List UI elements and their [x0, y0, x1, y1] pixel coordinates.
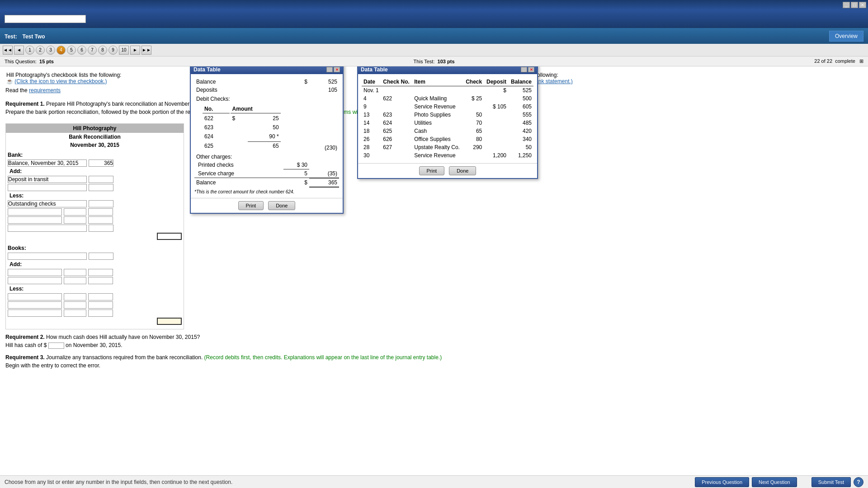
recon-date: November 30, 2015 — [6, 141, 184, 149]
modal2-done-btn[interactable]: Done — [449, 166, 476, 175]
help-button[interactable]: ? — [854, 477, 863, 487]
add-blank-label-input[interactable] — [8, 184, 87, 191]
add-blank-amount-input[interactable] — [89, 184, 113, 191]
next-question-btn[interactable]: Next Question — [752, 477, 797, 487]
table-row: Balance $ 365 — [194, 178, 339, 187]
books-less2-amt[interactable] — [88, 301, 113, 309]
nav-q3[interactable]: 3 — [46, 46, 55, 55]
requirement2-section: Requirement 2. How much cash does Hill a… — [5, 334, 863, 349]
modal1-done-btn[interactable]: Done — [268, 201, 295, 210]
nav-first-btn[interactable]: ◄◄ — [3, 46, 13, 55]
books-less3-label[interactable] — [8, 310, 62, 317]
less-amt1-input[interactable] — [88, 208, 113, 216]
nav-q8[interactable]: 8 — [98, 46, 107, 55]
nav-q10[interactable]: 10 — [119, 46, 129, 55]
outstanding-row — [6, 200, 184, 208]
nav-q4[interactable]: 4 — [57, 46, 66, 55]
books-add1-amt[interactable] — [88, 269, 113, 276]
books-add1-label[interactable] — [8, 269, 62, 276]
table-row: Balance $ 525 — [194, 78, 339, 86]
books-less1-label[interactable] — [8, 293, 62, 300]
modal2-close[interactable]: ✕ — [528, 67, 534, 72]
less-row2 — [6, 216, 184, 224]
req3-note: (Record debits first, then credits. Expl… — [204, 354, 442, 361]
checkbook-link[interactable]: (Click the icon to view the checkbook.) — [14, 78, 107, 84]
table-row: 18 625 Cash 65 420 — [362, 127, 533, 135]
deposit-input[interactable] — [8, 176, 87, 183]
previous-question-btn[interactable]: Previous Question — [695, 477, 749, 487]
modal2-print-btn[interactable]: Print — [419, 166, 445, 175]
nav-q7[interactable]: 7 — [88, 46, 97, 55]
books-balance-amt[interactable] — [89, 253, 113, 260]
nav-q6[interactable]: 6 — [77, 46, 86, 55]
books-balance-label[interactable] — [8, 253, 87, 260]
books-less1-sub[interactable] — [64, 293, 86, 300]
books-balance-row — [6, 252, 184, 260]
less-sub1-input[interactable] — [64, 208, 86, 216]
books-add2-sub[interactable] — [64, 277, 86, 284]
less-label2-input[interactable] — [8, 216, 62, 224]
nav-q9[interactable]: 9 — [108, 46, 118, 55]
bottom-nav: Previous Question Next Question Submit T… — [695, 477, 863, 487]
books-add1-sub[interactable] — [64, 269, 86, 276]
books-less3-amt[interactable] — [88, 310, 113, 317]
recon-title: Bank Reconciliation — [6, 133, 184, 141]
nav-last-btn[interactable]: ►► — [142, 46, 151, 55]
books-less3-sub[interactable] — [64, 310, 86, 317]
modal1-minimize[interactable]: _ — [326, 67, 333, 72]
search-input[interactable] — [5, 15, 86, 23]
bank-total-input[interactable] — [157, 233, 182, 240]
table-row: 625 65 — [203, 141, 281, 150]
overview-button[interactable]: Overview — [829, 31, 863, 42]
data-modal-1: Data Table _ ✕ Balance $ 525 D — [190, 66, 344, 214]
less-sub2-input[interactable] — [64, 216, 86, 224]
books-add2-label[interactable] — [8, 277, 62, 284]
nav-back-btn[interactable]: ◄ — [14, 46, 24, 55]
req1-label: Requirement 1. — [5, 101, 45, 107]
table-row: 26 626 Office Supplies 80 340 — [362, 135, 533, 143]
less-label3-input[interactable] — [8, 225, 87, 232]
completion-label: 22 of 22 complete ⊞ — [814, 58, 863, 64]
balance-row — [6, 159, 184, 167]
deposit-amount-input[interactable] — [89, 176, 113, 183]
maximize-btn[interactable]: □ — [851, 2, 858, 8]
less-amt3-input[interactable] — [89, 225, 113, 232]
modal2-footer: Print Done — [358, 163, 537, 178]
less-label1-input[interactable] — [8, 208, 62, 216]
modal1-table: Balance $ 525 Deposits 105 Debit Checks: — [194, 78, 339, 188]
balance-value-input[interactable] — [89, 160, 113, 167]
col-deposit: Deposit — [484, 78, 508, 86]
requirements-link[interactable]: requirements — [29, 87, 61, 94]
submit-test-btn[interactable]: Submit Test — [811, 477, 851, 487]
books-less2-label[interactable] — [8, 301, 62, 309]
books-add2-amt[interactable] — [88, 277, 113, 284]
less-label: Less: — [6, 192, 184, 200]
books-total-input[interactable] — [157, 318, 182, 325]
less-row3 — [6, 224, 184, 232]
nav-q2[interactable]: 2 — [36, 46, 45, 55]
modal1-print-btn[interactable]: Print — [238, 201, 264, 210]
books-less1-amt[interactable] — [88, 293, 113, 300]
nav-forward-btn[interactable]: ► — [130, 46, 140, 55]
balance-label-input[interactable] — [8, 160, 87, 167]
nav-q1[interactable]: 1 — [25, 46, 34, 55]
modal2-minimize[interactable]: _ — [521, 67, 527, 72]
less-amt2-input[interactable] — [88, 216, 113, 224]
data-modal-2: Data Table _ ✕ Date Check No. Item — [357, 66, 538, 179]
cash-amount-input[interactable] — [48, 343, 64, 349]
minimize-btn[interactable]: _ — [843, 2, 850, 8]
books-add-label: Add: — [6, 260, 184, 268]
outstanding-input[interactable] — [8, 200, 87, 207]
main-window: _ □ ✕ Test: Test Two Overview ◄◄ ◄ 1 2 3… — [0, 0, 868, 488]
req3-label: Requirement 3. — [5, 354, 45, 361]
outstanding-amount-input[interactable] — [89, 200, 113, 207]
close-btn[interactable]: ✕ — [859, 2, 866, 8]
modal1-footnote: *This is the correct amount for check nu… — [194, 189, 339, 194]
bottom-bar: Choose from any list or enter any number… — [0, 475, 868, 488]
modal1-close[interactable]: ✕ — [334, 67, 340, 72]
req3-text: Journalize any transactions required fro… — [46, 354, 203, 361]
books-less2-sub[interactable] — [64, 301, 86, 309]
nav-q5[interactable]: 5 — [67, 46, 76, 55]
checkbook-icon[interactable]: ☕ — [6, 78, 13, 84]
expand-icon[interactable]: ⊞ — [859, 58, 863, 64]
